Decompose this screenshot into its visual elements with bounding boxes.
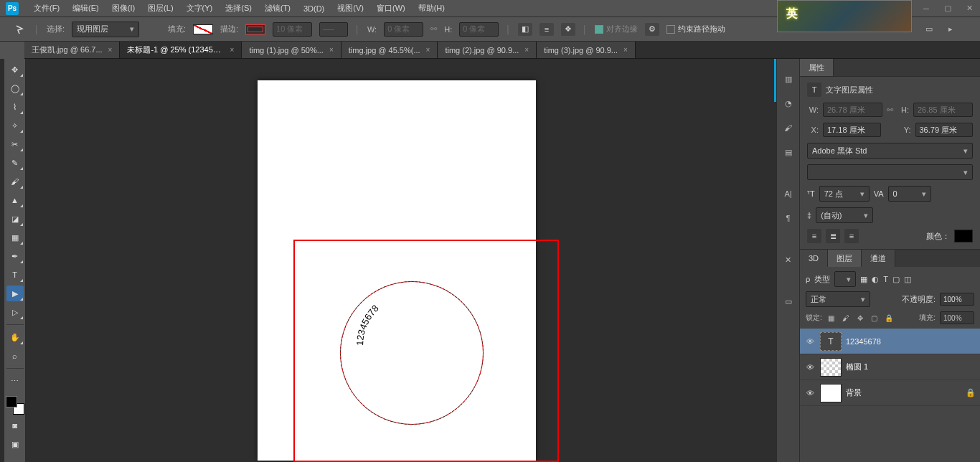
- prop-x-field[interactable]: 17.18 厘米: [823, 123, 881, 137]
- filter-pixel-icon[interactable]: ▦: [860, 275, 867, 284]
- height-field[interactable]: 0 像素: [459, 22, 499, 37]
- swatches-icon[interactable]: ▤: [781, 145, 796, 159]
- doc-tab[interactable]: 未标题-1 @ 25% (12345678, RGB/8#) *×: [120, 42, 242, 58]
- menu-image[interactable]: 图像(I): [105, 0, 141, 16]
- layer-name[interactable]: 椭圆 1: [846, 362, 976, 372]
- path-arrange-icon[interactable]: ❖: [561, 23, 575, 36]
- layer-row[interactable]: 👁 椭圆 1: [800, 354, 980, 380]
- menu-filter[interactable]: 滤镜(T): [258, 0, 297, 16]
- libraries-icon[interactable]: ▭: [781, 294, 796, 308]
- lock-artboard-icon[interactable]: ▢: [870, 313, 880, 323]
- align-left-icon[interactable]: ≡: [807, 229, 821, 243]
- zoom-tool[interactable]: ⌕: [6, 348, 24, 364]
- gear-icon[interactable]: ⚙: [645, 23, 659, 36]
- close-icon[interactable]: ×: [108, 46, 113, 54]
- lock-paint-icon[interactable]: 🖌: [841, 313, 851, 323]
- close-icon[interactable]: ×: [230, 46, 235, 54]
- align-center-icon[interactable]: ≣: [826, 229, 840, 243]
- font-style-dropdown[interactable]: [807, 164, 973, 180]
- align-edges-checkbox[interactable]: 对齐边缘: [595, 24, 638, 34]
- history-icon[interactable]: ▥: [781, 72, 796, 86]
- close-icon[interactable]: ×: [426, 46, 430, 54]
- path-ops-combine-icon[interactable]: ◧: [518, 23, 532, 36]
- stroke-style-dropdown[interactable]: ──: [319, 22, 348, 37]
- brush-tool[interactable]: 🖌: [6, 174, 24, 189]
- lasso-tool[interactable]: ⌇: [6, 99, 24, 115]
- color-icon[interactable]: ◔: [781, 96, 796, 110]
- menu-select[interactable]: 选择(S): [219, 0, 258, 16]
- path-select-tool[interactable]: ▶: [6, 286, 24, 301]
- promo-banner[interactable]: [777, 0, 912, 32]
- doc-tab[interactable]: timg (2).jpg @ 90.9...×: [438, 42, 537, 58]
- eraser-tool[interactable]: ◪: [6, 211, 24, 227]
- blend-mode-dropdown[interactable]: 正常: [806, 291, 870, 307]
- eyedropper-tool[interactable]: ✎: [6, 155, 24, 171]
- edit-toolbar-icon[interactable]: ⋯: [6, 373, 24, 389]
- fill-swatch[interactable]: [193, 24, 213, 34]
- screenmode-icon[interactable]: ▣: [6, 436, 24, 452]
- fg-bg-swatch[interactable]: [6, 396, 24, 415]
- paragraph-icon[interactable]: ¶: [781, 211, 796, 225]
- select-scope-dropdown[interactable]: 现用图层▾: [72, 22, 139, 37]
- path-text[interactable]: 12345678: [349, 281, 478, 410]
- tracking-dropdown[interactable]: 0: [888, 186, 931, 202]
- constrain-path-checkbox[interactable]: 约束路径拖动: [666, 24, 725, 34]
- menu-3d[interactable]: 3D(D): [297, 0, 331, 16]
- crop-tool[interactable]: ✂: [6, 136, 24, 152]
- close-button[interactable]: ✕: [958, 0, 980, 16]
- panel-menu-icon[interactable]: ▸: [944, 23, 957, 36]
- doc-tab[interactable]: timg (3).jpg @ 90.9...×: [537, 42, 636, 58]
- width-field[interactable]: 0 像素: [384, 22, 423, 37]
- marquee-tool[interactable]: ◯: [6, 80, 24, 96]
- menu-edit[interactable]: 编辑(E): [66, 0, 105, 16]
- quickmask-icon[interactable]: ◙: [6, 418, 24, 433]
- move-tool[interactable]: ✥: [6, 62, 24, 77]
- filter-smart-icon[interactable]: ◫: [904, 275, 911, 284]
- character-icon[interactable]: A|: [781, 187, 796, 201]
- filter-type-icon[interactable]: T: [883, 275, 888, 283]
- menu-layer[interactable]: 图层(L): [141, 0, 179, 16]
- close-icon[interactable]: ×: [524, 46, 529, 54]
- layer-name[interactable]: 12345678: [846, 337, 976, 346]
- prop-y-field[interactable]: 36.79 厘米: [915, 123, 974, 137]
- tab-layers[interactable]: 图层: [828, 250, 862, 267]
- path-align-icon[interactable]: ≡: [540, 23, 554, 36]
- brush-panel-icon[interactable]: 🖌: [781, 121, 796, 135]
- minimize-button[interactable]: ─: [915, 0, 937, 16]
- gradient-tool[interactable]: ▦: [6, 230, 24, 245]
- close-icon[interactable]: ×: [623, 46, 628, 54]
- workspace-icon[interactable]: ▭: [923, 23, 936, 36]
- menu-file[interactable]: 文件(F): [27, 0, 66, 16]
- font-size-dropdown[interactable]: 72 点: [819, 186, 870, 202]
- doc-tab[interactable]: timg (1).jpg @ 50%...×: [242, 42, 341, 58]
- pen-tool[interactable]: ✒: [6, 248, 24, 264]
- close-icon[interactable]: ×: [329, 46, 334, 54]
- stamp-tool[interactable]: ▲: [6, 192, 24, 208]
- font-family-dropdown[interactable]: Adobe 黑体 Std: [807, 143, 973, 159]
- tool-preset-icon[interactable]: [13, 22, 27, 37]
- adjustments-icon[interactable]: ✕: [781, 253, 796, 267]
- tab-3d[interactable]: 3D: [800, 250, 828, 267]
- stroke-swatch[interactable]: [245, 24, 265, 34]
- visibility-icon[interactable]: 👁: [804, 389, 816, 397]
- layer-row[interactable]: 👁 T 12345678: [800, 329, 980, 354]
- wand-tool[interactable]: ✧: [6, 118, 24, 133]
- filter-adjust-icon[interactable]: ◐: [872, 275, 879, 284]
- leading-dropdown[interactable]: (自动): [816, 207, 873, 223]
- stroke-width-field[interactable]: 10 像素: [273, 22, 312, 37]
- lock-trans-icon[interactable]: ▦: [826, 313, 837, 323]
- link-wh-icon[interactable]: ⚯: [430, 24, 437, 34]
- lock-pos-icon[interactable]: ✥: [855, 313, 865, 323]
- text-color-swatch[interactable]: [954, 230, 973, 242]
- properties-tab[interactable]: 属性: [800, 59, 834, 76]
- opacity-field[interactable]: 100%: [940, 293, 974, 306]
- menu-help[interactable]: 帮助(H): [412, 0, 451, 16]
- tab-channels[interactable]: 通道: [862, 250, 895, 267]
- menu-window[interactable]: 窗口(W): [370, 0, 412, 16]
- doc-tab[interactable]: timg.jpg @ 45.5%(...×: [341, 42, 438, 58]
- doc-tab[interactable]: 王俊凯.jpg @ 66.7...×: [24, 42, 120, 58]
- visibility-icon[interactable]: 👁: [804, 337, 816, 346]
- layer-row[interactable]: 👁 背景 🔒: [800, 380, 980, 406]
- filter-shape-icon[interactable]: ▢: [892, 275, 900, 284]
- align-right-icon[interactable]: ≡: [844, 229, 859, 243]
